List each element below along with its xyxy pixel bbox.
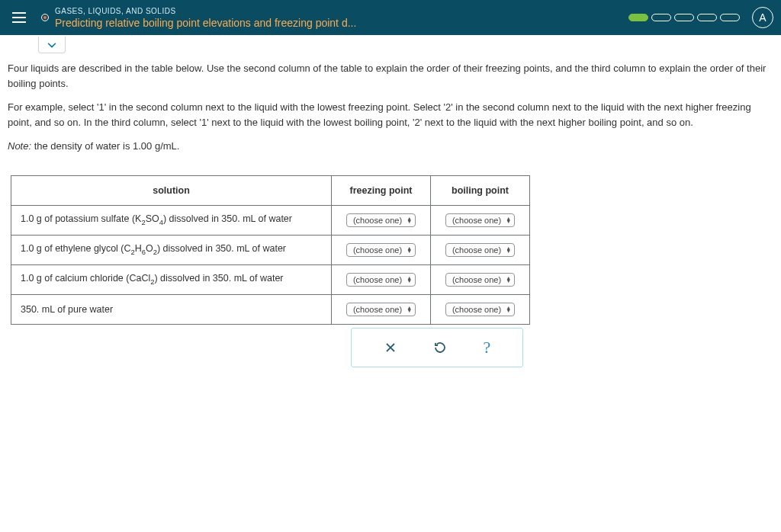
expand-caret-button[interactable] <box>38 37 66 53</box>
header-action-button[interactable]: A <box>752 7 773 28</box>
table-row: 1.0 g of calcium chloride (CaCl2) dissol… <box>11 264 530 294</box>
instruction-paragraph-2: For example, select '1' in the second co… <box>8 100 773 130</box>
select-label: (choose one) <box>452 275 501 284</box>
select-arrows-icon: ▲▼ <box>407 277 412 283</box>
boiling-point-cell: (choose one)▲▼ <box>431 235 530 264</box>
select-label: (choose one) <box>353 305 402 314</box>
boiling-point-select[interactable]: (choose one)▲▼ <box>445 303 515 316</box>
select-label: (choose one) <box>353 216 402 225</box>
select-label: (choose one) <box>452 245 501 255</box>
instruction-paragraph-1: Four liquids are described in the table … <box>8 61 773 91</box>
select-arrows-icon: ▲▼ <box>407 306 412 312</box>
col-header-freezing: freezing point <box>332 175 431 205</box>
solution-cell: 1.0 g of ethylene glycol (C2H6O2) dissol… <box>11 235 332 264</box>
boiling-point-cell: (choose one)▲▼ <box>431 264 530 294</box>
freezing-point-select[interactable]: (choose one)▲▼ <box>346 213 416 227</box>
boiling-point-select[interactable]: (choose one)▲▼ <box>445 273 515 287</box>
menu-button[interactable] <box>12 12 26 23</box>
freezing-point-cell: (choose one)▲▼ <box>332 235 431 264</box>
solutions-table: solution freezing point boiling point 1.… <box>11 175 530 325</box>
select-label: (choose one) <box>353 275 402 284</box>
select-arrows-icon: ▲▼ <box>506 247 511 253</box>
table-row: 1.0 g of ethylene glycol (C2H6O2) dissol… <box>11 235 530 264</box>
help-button[interactable]: ? <box>484 338 491 357</box>
select-arrows-icon: ▲▼ <box>407 217 412 223</box>
select-arrows-icon: ▲▼ <box>506 277 511 283</box>
progress-bubbles <box>628 14 740 21</box>
freezing-point-cell: (choose one)▲▼ <box>332 294 431 324</box>
topic-bullet-icon <box>41 14 49 21</box>
select-label: (choose one) <box>353 245 402 255</box>
solution-cell: 1.0 g of calcium chloride (CaCl2) dissol… <box>11 264 332 294</box>
solution-cell: 350. mL of pure water <box>11 294 332 324</box>
select-label: (choose one) <box>452 216 501 225</box>
reset-button[interactable] <box>433 341 447 354</box>
freezing-point-select[interactable]: (choose one)▲▼ <box>346 303 416 316</box>
table-row: 1.0 g of potassium sulfate (K2SO4) disso… <box>11 205 530 235</box>
select-label: (choose one) <box>452 305 501 314</box>
table-row: 350. mL of pure water(choose one)▲▼(choo… <box>11 294 530 324</box>
select-arrows-icon: ▲▼ <box>407 247 412 253</box>
topic-title: Predicting relative boiling point elevat… <box>55 17 356 29</box>
boiling-point-select[interactable]: (choose one)▲▼ <box>445 243 515 257</box>
col-header-solution: solution <box>11 175 332 205</box>
freezing-point-select[interactable]: (choose one)▲▼ <box>346 273 416 287</box>
select-arrows-icon: ▲▼ <box>506 217 511 223</box>
freezing-point-select[interactable]: (choose one)▲▼ <box>346 243 416 257</box>
boiling-point-cell: (choose one)▲▼ <box>431 294 530 324</box>
freezing-point-cell: (choose one)▲▼ <box>332 205 431 235</box>
freezing-point-cell: (choose one)▲▼ <box>332 264 431 294</box>
answer-toolbar: ? <box>351 328 523 367</box>
topic-category: GASES, LIQUIDS, AND SOLIDS <box>55 7 356 15</box>
select-arrows-icon: ▲▼ <box>506 306 511 312</box>
clear-button[interactable] <box>384 341 397 354</box>
solution-cell: 1.0 g of potassium sulfate (K2SO4) disso… <box>11 205 332 235</box>
col-header-boiling: boiling point <box>431 175 530 205</box>
boiling-point-select[interactable]: (choose one)▲▼ <box>445 213 515 227</box>
boiling-point-cell: (choose one)▲▼ <box>431 205 530 235</box>
note-line: Note: the density of water is 1.00 g/mL. <box>8 139 773 154</box>
